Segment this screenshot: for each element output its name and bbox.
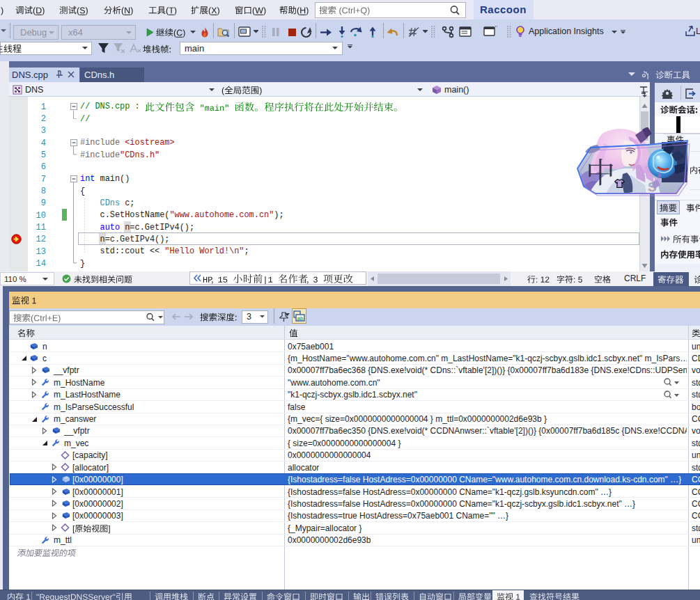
svg-text:ab: ab [297, 315, 304, 322]
svg-text:’’: ’’ [495, 25, 497, 31]
svg-text:S: S [648, 180, 657, 194]
